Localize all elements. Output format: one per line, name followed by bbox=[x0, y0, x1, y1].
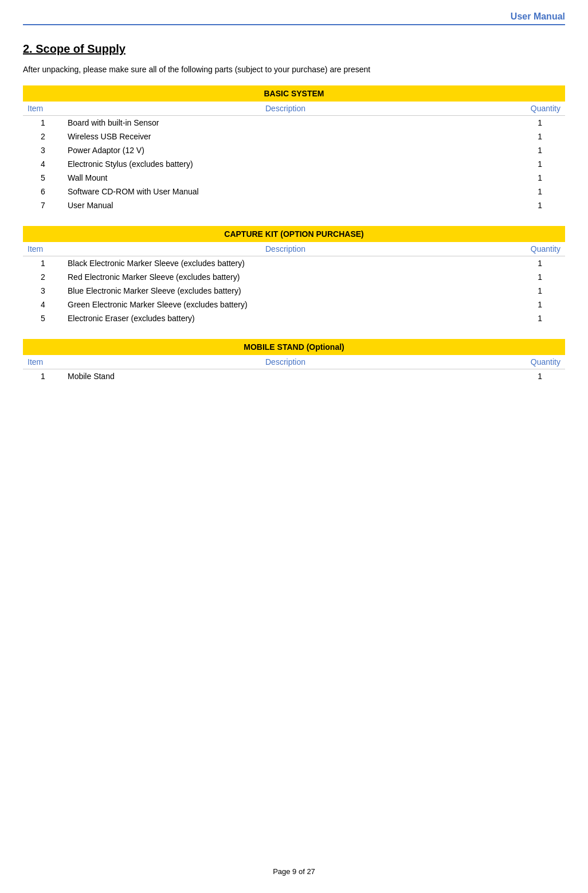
basic-system-table: BASIC SYSTEM Item Description Quantity 1… bbox=[23, 85, 565, 212]
item-number: 1 bbox=[23, 116, 63, 130]
table-row: 1 Black Electronic Marker Sleeve (exclud… bbox=[23, 256, 565, 271]
mobile-stand-table: MOBILE STAND (Optional) Item Description… bbox=[23, 339, 565, 383]
table-row: 1 Board with built-in Sensor 1 bbox=[23, 116, 565, 130]
item-number: 2 bbox=[23, 130, 63, 143]
item-description: Blue Electronic Marker Sleeve (excludes … bbox=[63, 284, 508, 298]
item-quantity: 1 bbox=[508, 171, 565, 185]
capture-kit-header-row: CAPTURE KIT (OPTION PURCHASE) bbox=[23, 226, 565, 242]
capture-kit-col-item: Item bbox=[23, 242, 63, 256]
mobile-stand-title: MOBILE STAND (Optional) bbox=[23, 339, 565, 355]
item-quantity: 1 bbox=[508, 185, 565, 198]
basic-system-col-quantity: Quantity bbox=[508, 102, 565, 116]
table-row: 2 Red Electronic Marker Sleeve (excludes… bbox=[23, 270, 565, 284]
mobile-stand-header-row: MOBILE STAND (Optional) bbox=[23, 339, 565, 355]
table-row: 4 Green Electronic Marker Sleeve (exclud… bbox=[23, 298, 565, 311]
item-number: 7 bbox=[23, 198, 63, 212]
item-description: Mobile Stand bbox=[63, 369, 508, 384]
item-quantity: 1 bbox=[508, 270, 565, 284]
basic-system-header-row: BASIC SYSTEM bbox=[23, 85, 565, 102]
item-number: 4 bbox=[23, 298, 63, 311]
table-row: 4 Electronic Stylus (excludes battery) 1 bbox=[23, 157, 565, 171]
page-number: Page 9 of 27 bbox=[273, 867, 315, 876]
mobile-stand-col-quantity: Quantity bbox=[508, 355, 565, 369]
table-row: 7 User Manual 1 bbox=[23, 198, 565, 212]
item-number: 2 bbox=[23, 270, 63, 284]
table-row: 1 Mobile Stand 1 bbox=[23, 369, 565, 384]
item-number: 1 bbox=[23, 369, 63, 384]
item-description: Electronic Stylus (excludes battery) bbox=[63, 157, 508, 171]
item-description: Wall Mount bbox=[63, 171, 508, 185]
item-quantity: 1 bbox=[508, 369, 565, 384]
page-footer: Page 9 of 27 bbox=[23, 867, 565, 876]
item-number: 5 bbox=[23, 171, 63, 185]
item-quantity: 1 bbox=[508, 298, 565, 311]
basic-system-section: BASIC SYSTEM Item Description Quantity 1… bbox=[23, 85, 565, 212]
item-number: 4 bbox=[23, 157, 63, 171]
item-description: Electronic Eraser (excludes battery) bbox=[63, 311, 508, 325]
item-quantity: 1 bbox=[508, 143, 565, 157]
capture-kit-col-description: Description bbox=[63, 242, 508, 256]
mobile-stand-col-headers: Item Description Quantity bbox=[23, 355, 565, 369]
page-header: User Manual bbox=[23, 11, 565, 25]
table-row: 5 Wall Mount 1 bbox=[23, 171, 565, 185]
basic-system-title: BASIC SYSTEM bbox=[23, 85, 565, 102]
capture-kit-section: CAPTURE KIT (OPTION PURCHASE) Item Descr… bbox=[23, 226, 565, 325]
item-quantity: 1 bbox=[508, 116, 565, 130]
item-quantity: 1 bbox=[508, 198, 565, 212]
table-row: 5 Electronic Eraser (excludes battery) 1 bbox=[23, 311, 565, 325]
item-quantity: 1 bbox=[508, 256, 565, 271]
item-description: Board with built-in Sensor bbox=[63, 116, 508, 130]
mobile-stand-section: MOBILE STAND (Optional) Item Description… bbox=[23, 339, 565, 383]
basic-system-col-item: Item bbox=[23, 102, 63, 116]
item-quantity: 1 bbox=[508, 284, 565, 298]
mobile-stand-col-description: Description bbox=[63, 355, 508, 369]
item-description: Red Electronic Marker Sleeve (excludes b… bbox=[63, 270, 508, 284]
table-row: 3 Blue Electronic Marker Sleeve (exclude… bbox=[23, 284, 565, 298]
table-row: 2 Wireless USB Receiver 1 bbox=[23, 130, 565, 143]
basic-system-col-description: Description bbox=[63, 102, 508, 116]
item-number: 3 bbox=[23, 284, 63, 298]
item-description: Green Electronic Marker Sleeve (excludes… bbox=[63, 298, 508, 311]
intro-text: After unpacking, please make sure all of… bbox=[23, 65, 565, 74]
item-number: 1 bbox=[23, 256, 63, 271]
item-number: 5 bbox=[23, 311, 63, 325]
table-row: 3 Power Adaptor (12 V) 1 bbox=[23, 143, 565, 157]
item-quantity: 1 bbox=[508, 311, 565, 325]
item-description: Wireless USB Receiver bbox=[63, 130, 508, 143]
capture-kit-col-quantity: Quantity bbox=[508, 242, 565, 256]
item-number: 6 bbox=[23, 185, 63, 198]
item-description: Software CD-ROM with User Manual bbox=[63, 185, 508, 198]
header-title: User Manual bbox=[511, 11, 565, 22]
item-quantity: 1 bbox=[508, 130, 565, 143]
basic-system-col-headers: Item Description Quantity bbox=[23, 102, 565, 116]
capture-kit-title: CAPTURE KIT (OPTION PURCHASE) bbox=[23, 226, 565, 242]
capture-kit-col-headers: Item Description Quantity bbox=[23, 242, 565, 256]
item-description: Power Adaptor (12 V) bbox=[63, 143, 508, 157]
item-description: Black Electronic Marker Sleeve (excludes… bbox=[63, 256, 508, 271]
item-quantity: 1 bbox=[508, 157, 565, 171]
item-number: 3 bbox=[23, 143, 63, 157]
page-title: 2. Scope of Supply bbox=[23, 42, 565, 56]
table-row: 6 Software CD-ROM with User Manual 1 bbox=[23, 185, 565, 198]
capture-kit-table: CAPTURE KIT (OPTION PURCHASE) Item Descr… bbox=[23, 226, 565, 325]
mobile-stand-col-item: Item bbox=[23, 355, 63, 369]
item-description: User Manual bbox=[63, 198, 508, 212]
